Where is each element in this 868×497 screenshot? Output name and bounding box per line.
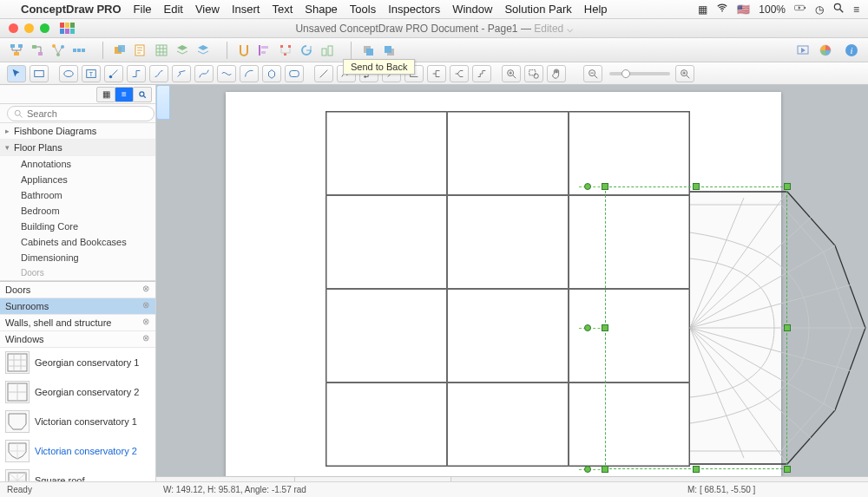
rotation-handle[interactable] [584,183,591,190]
menu-window[interactable]: Window [452,3,492,16]
subcat-bathroom[interactable]: Bathroom [0,187,155,203]
menu-inspectors[interactable]: Inspectors [388,3,440,16]
zoom-in-tool[interactable] [502,65,521,82]
library-doors[interactable]: Doors⊗ [0,282,155,298]
menu-insert[interactable]: Insert [232,3,260,16]
canvas-area[interactable]: ‖ ◀ ▶ Custom 61% ▼ [156,85,868,497]
polygon-tool[interactable] [262,65,281,82]
zoom-region-tool[interactable] [524,65,543,82]
pages-tab[interactable] [156,85,170,120]
layers-green-icon[interactable] [173,41,192,60]
rect-tool[interactable] [30,65,49,82]
subcat-annotations[interactable]: Annotations [0,156,155,172]
shape-georgian-2[interactable]: Georgian conservatory 2 [0,377,155,407]
sidebar-tab-grid[interactable]: ▦ [96,87,115,102]
category-floorplans[interactable]: ▾Floor Plans [0,140,155,156]
shape-victorian-1[interactable]: Victorian conservatory 1 [0,407,155,436]
selection-handle[interactable] [784,183,791,190]
line-dot-tool[interactable] [104,65,123,82]
spotlight-icon[interactable] [832,2,845,16]
solutions-palette-icon[interactable] [49,23,76,35]
shape-victorian-2[interactable]: Victorian conservatory 2 [0,436,155,466]
category-fishbone[interactable]: ▸Fishbone Diagrams [0,123,155,140]
hypernote-icon[interactable] [131,41,150,60]
selection-handle[interactable] [602,183,608,190]
stepped-connector-tool[interactable] [472,65,491,82]
multi-connector-tool[interactable] [450,65,469,82]
selection-handle[interactable] [602,466,608,473]
library-windows[interactable]: Windows⊗ [0,331,155,348]
subcat-cabinets[interactable]: Cabinets and Bookcases [0,234,155,250]
ellipse-tool[interactable] [59,65,78,82]
rotation-handle[interactable] [584,466,591,473]
menu-edit[interactable]: Edit [164,3,183,16]
menu-text[interactable]: Text [272,3,293,16]
library-sunrooms[interactable]: Sunrooms⊗ [0,298,155,315]
zoom-slider[interactable] [609,72,670,75]
dashboard-icon[interactable]: ▦ [698,3,707,16]
layers-blue-icon[interactable] [194,41,213,60]
rounded-rect-tool[interactable] [285,65,304,82]
arc-tool[interactable] [240,65,259,82]
close-window-button[interactable] [9,23,18,33]
line-tool[interactable] [314,65,333,82]
presentation-icon[interactable] [793,41,812,60]
textbox-tool[interactable]: T [82,65,101,82]
subcat-building-core[interactable]: Building Core [0,219,155,234]
selection-handle[interactable] [602,324,608,331]
selection-handle[interactable] [693,183,700,190]
bezier-tool[interactable] [194,65,214,82]
maximize-window-button[interactable] [40,23,49,33]
menu-file[interactable]: File [134,3,152,16]
spline-tool[interactable] [217,65,236,82]
clock-icon[interactable]: ◷ [815,3,824,16]
app-name[interactable]: ConceptDraw PRO [21,3,122,16]
zoom-in-button[interactable] [675,65,694,82]
sidebar-tab-search[interactable] [133,87,152,102]
bring-to-front-button[interactable] [379,41,398,60]
menu-help[interactable]: Help [584,3,608,16]
flag-icon[interactable]: 🇺🇸 [737,3,750,16]
send-to-back-button[interactable] [358,41,378,60]
connector-zig-tool[interactable] [172,65,191,82]
arrange-icon[interactable] [110,41,129,60]
align-left-icon[interactable] [255,41,274,60]
shape-georgian-1[interactable]: Georgian conservatory 1 [0,348,155,377]
wifi-icon[interactable] [716,2,728,16]
menu-extras-icon[interactable]: ≡ [853,3,859,16]
rotation-handle[interactable] [584,324,591,331]
tree-chart-icon[interactable] [7,41,26,60]
close-lib-icon[interactable]: ⊗ [140,284,152,296]
distribute-icon[interactable] [276,41,295,60]
color-wheel-icon[interactable] [816,41,835,60]
zoom-out-button[interactable] [583,65,602,82]
close-lib-icon[interactable]: ⊗ [140,300,152,312]
network-chart-icon[interactable] [49,41,68,60]
menu-solution-park[interactable]: Solution Park [504,3,571,16]
sidebar-tab-list[interactable]: ≡ [115,87,134,102]
menu-view[interactable]: View [195,3,220,16]
chain-chart-icon[interactable] [69,41,89,60]
close-lib-icon[interactable]: ⊗ [140,317,152,329]
pointer-tool[interactable] [7,65,26,82]
snap-icon[interactable] [234,41,253,60]
library-walls[interactable]: Walls, shell and structure⊗ [0,315,155,331]
selection-handle[interactable] [693,466,700,473]
rotate-icon[interactable] [297,41,316,60]
table-icon[interactable] [152,41,171,60]
flowchart-icon[interactable] [28,41,47,60]
battery-icon[interactable] [794,2,806,16]
close-lib-icon[interactable]: ⊗ [140,333,152,345]
menu-shape[interactable]: Shape [305,3,338,16]
selection-handle[interactable] [784,466,791,473]
connector-elbow-tool[interactable] [127,65,146,82]
size-icon[interactable] [318,41,337,60]
sidebar-search-input[interactable] [7,106,155,121]
connector-curve-tool[interactable] [149,65,168,82]
hand-tool[interactable] [547,65,566,82]
subcat-bedroom[interactable]: Bedroom [0,203,155,219]
minimize-window-button[interactable] [24,23,34,33]
subcat-doors-truncated[interactable]: Doors [0,265,155,281]
subcat-dimensioning[interactable]: Dimensioning [0,250,155,265]
info-icon[interactable]: i [842,41,861,60]
